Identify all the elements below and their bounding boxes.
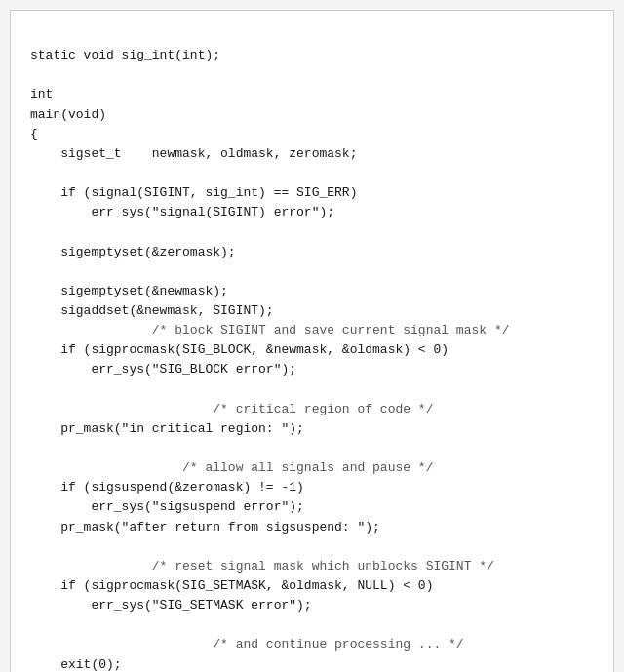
code-line: exit(0); bbox=[30, 655, 594, 673]
code-line: err_sys("SIG_BLOCK error"); bbox=[30, 360, 594, 379]
code-line bbox=[30, 65, 594, 85]
code-line: err_sys("signal(SIGINT) error"); bbox=[30, 203, 594, 222]
code-line bbox=[30, 380, 594, 400]
code-line: if (sigsuspend(&zeromask) != -1) bbox=[30, 478, 594, 497]
code-line: pr_mask("in critical region: "); bbox=[30, 419, 594, 439]
code-line: /* allow all signals and pause */ bbox=[30, 458, 594, 478]
code-line bbox=[30, 164, 594, 183]
code-line: main(void) bbox=[30, 105, 594, 125]
code-line bbox=[30, 262, 594, 282]
code-line: if (signal(SIGINT, sig_int) == SIG_ERR) bbox=[30, 183, 594, 203]
code-line bbox=[30, 439, 594, 458]
code-line: /* and continue processing ... */ bbox=[30, 635, 594, 654]
code-line: /* critical region of code */ bbox=[30, 400, 594, 419]
code-line: sigemptyset(&zeromask); bbox=[30, 243, 594, 262]
code-line: /* block SIGINT and save current signal … bbox=[30, 321, 594, 340]
code-line: err_sys("sigsuspend error"); bbox=[30, 497, 594, 517]
code-line bbox=[30, 222, 594, 242]
code-line: err_sys("SIG_SETMASK error"); bbox=[30, 596, 594, 615]
code-line: sigset_t newmask, oldmask, zeromask; bbox=[30, 144, 594, 164]
code-line: int bbox=[30, 85, 594, 104]
code-line: if (sigprocmask(SIG_BLOCK, &newmask, &ol… bbox=[30, 340, 594, 360]
code-line: sigemptyset(&newmask); bbox=[30, 282, 594, 301]
code-line: if (sigprocmask(SIG_SETMASK, &oldmask, N… bbox=[30, 576, 594, 596]
code-line: static void sig_int(int); bbox=[30, 46, 594, 65]
code-line: { bbox=[30, 125, 594, 144]
code-block: static void sig_int(int); intmain(void){… bbox=[10, 10, 614, 672]
code-line: pr_mask("after return from sigsuspend: "… bbox=[30, 518, 594, 537]
code-line bbox=[30, 537, 594, 557]
code-line bbox=[30, 615, 594, 635]
code-line: sigaddset(&newmask, SIGINT); bbox=[30, 301, 594, 321]
code-line: /* reset signal mask which unblocks SIGI… bbox=[30, 557, 594, 576]
